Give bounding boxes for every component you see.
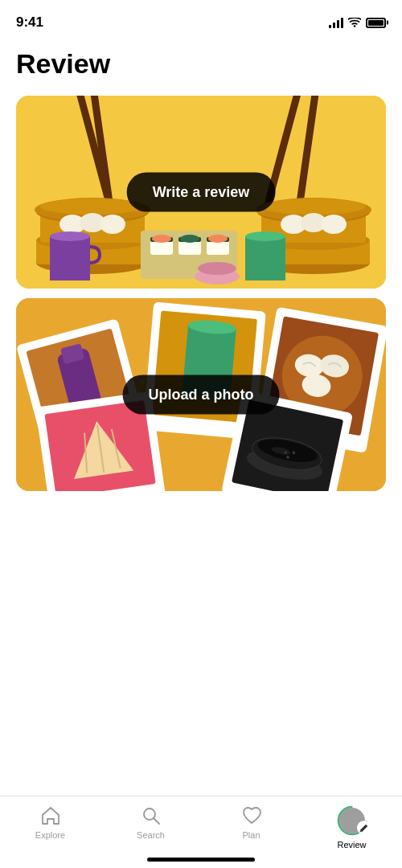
home-icon: [39, 805, 62, 827]
status-icons: [329, 17, 386, 28]
svg-point-25: [208, 235, 228, 243]
heart-icon: [240, 805, 263, 827]
nav-label-explore: Explore: [35, 830, 65, 840]
svg-line-77: [154, 819, 159, 825]
upload-photo-button[interactable]: Upload a photo: [123, 375, 280, 415]
nav-label-search: Search: [137, 830, 165, 840]
home-indicator: [147, 858, 255, 862]
svg-point-38: [321, 215, 347, 234]
svg-point-27: [50, 231, 90, 241]
upload-photo-card[interactable]: Upload a photo: [16, 298, 386, 491]
battery-icon: [366, 18, 386, 28]
status-time: 9:41: [16, 14, 43, 31]
page-title: Review: [0, 35, 402, 96]
write-review-button[interactable]: Write a review: [127, 173, 276, 212]
nav-label-review: Review: [337, 840, 366, 850]
main-content: Write a review: [0, 96, 402, 491]
svg-point-23: [152, 235, 171, 243]
nav-item-review[interactable]: Review: [302, 805, 402, 850]
svg-point-35: [261, 199, 366, 215]
status-bar: 9:41: [0, 0, 402, 35]
nav-item-search[interactable]: Search: [100, 805, 201, 840]
nav-label-plan: Plan: [242, 830, 260, 840]
wifi-icon: [348, 18, 361, 27]
write-review-card[interactable]: Write a review: [16, 96, 386, 289]
pencil-badge: [357, 821, 371, 835]
svg-point-15: [100, 215, 125, 234]
review-avatar-container: [336, 805, 368, 837]
nav-item-plan[interactable]: Plan: [201, 805, 302, 840]
search-icon: [140, 805, 162, 827]
signal-icon: [329, 17, 343, 28]
svg-point-42: [198, 262, 236, 275]
nav-item-explore[interactable]: Explore: [0, 805, 100, 840]
svg-point-40: [245, 231, 285, 241]
svg-rect-39: [245, 236, 285, 280]
svg-point-24: [180, 235, 199, 243]
avatar: [339, 808, 365, 833]
svg-rect-26: [50, 236, 90, 280]
